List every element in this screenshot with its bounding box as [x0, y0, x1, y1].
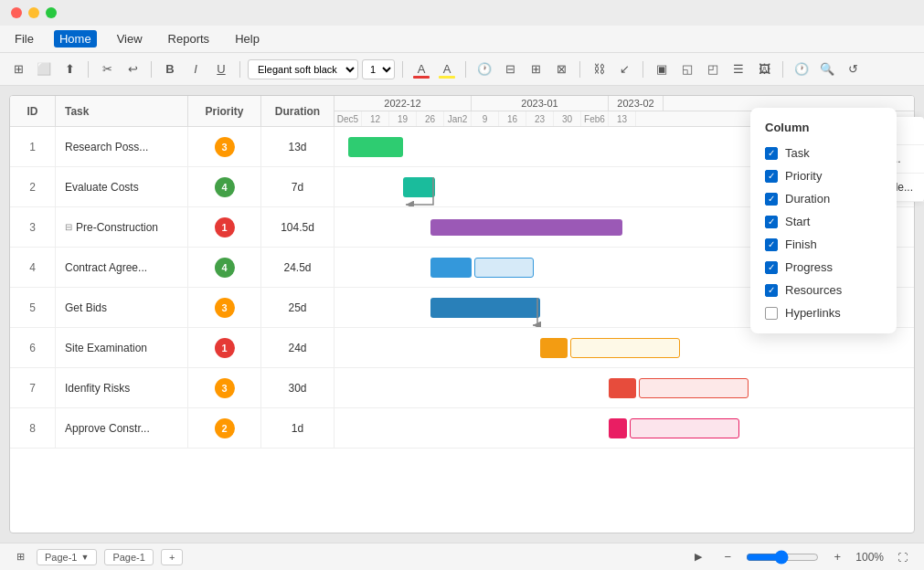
- cell-task-5[interactable]: Get Bids: [56, 288, 188, 327]
- search-button[interactable]: 🔍: [816, 58, 838, 80]
- dropdown-label-progress: Progress: [785, 260, 833, 274]
- clock-button[interactable]: 🕐: [473, 58, 495, 80]
- dropdown-label-start: Start: [785, 215, 810, 228]
- statusbar-left: ⊞ Page-1 ▼ Page-1 +: [11, 548, 183, 566]
- cell-priority-2: 4: [188, 167, 261, 206]
- connector-5: [537, 298, 574, 327]
- checkbox-task[interactable]: [765, 147, 778, 160]
- menu-home[interactable]: Home: [54, 30, 97, 48]
- screen3-button[interactable]: ◰: [702, 58, 724, 80]
- menu-view[interactable]: View: [112, 30, 148, 48]
- gantt-bar-7a[interactable]: [609, 378, 636, 398]
- checkbox-duration[interactable]: [765, 193, 778, 206]
- checkbox-progress[interactable]: [765, 261, 778, 274]
- cell-duration-8: 1d: [261, 408, 335, 448]
- page-tab[interactable]: Page-1: [104, 549, 153, 565]
- italic-button[interactable]: I: [185, 58, 207, 80]
- zoom-in-button[interactable]: +: [826, 546, 848, 568]
- export3-button[interactable]: ⊠: [550, 58, 572, 80]
- zoom-slider[interactable]: [746, 550, 819, 565]
- screen1-button[interactable]: ▣: [651, 58, 673, 80]
- dropdown-item-start[interactable]: Start: [750, 210, 897, 233]
- upload-button[interactable]: ⬆: [58, 58, 80, 80]
- cell-duration-6: 24d: [261, 328, 335, 367]
- page-indicator[interactable]: Page-1 ▼: [37, 549, 97, 565]
- cell-task-7[interactable]: Idenfity Risks: [56, 368, 188, 407]
- gantt-bar-6b[interactable]: [570, 338, 680, 358]
- cell-task-1[interactable]: Research Poss...: [56, 127, 188, 166]
- refresh-button[interactable]: ↺: [842, 58, 864, 80]
- header-id: ID: [10, 96, 56, 126]
- table-row: 7 Idenfity Risks 3 30d: [10, 368, 914, 408]
- gantt-bar-3[interactable]: [430, 219, 622, 236]
- cut-button[interactable]: ✂: [96, 58, 118, 80]
- font-size-select[interactable]: 12: [362, 59, 395, 79]
- image-button[interactable]: 🖼: [753, 58, 775, 80]
- maximize-button[interactable]: [46, 7, 57, 18]
- cell-id-3: 3: [10, 207, 56, 247]
- month-2023-01: 2023-01: [472, 96, 609, 111]
- dropdown-label-hyperlinks: Hyperlinks: [785, 306, 841, 320]
- dropdown-item-duration[interactable]: Duration: [750, 187, 897, 210]
- dropdown-item-progress[interactable]: Progress: [750, 256, 897, 279]
- column-dropdown-panel[interactable]: Column Task Priority Duration Start Fini…: [750, 108, 897, 333]
- dropdown-item-hyperlinks[interactable]: Hyperlinks: [750, 301, 897, 324]
- cell-duration-2: 7d: [261, 167, 335, 206]
- minimize-button[interactable]: [28, 7, 39, 18]
- cell-task-2[interactable]: Evaluate Costs: [56, 167, 188, 206]
- bullets-button[interactable]: ☰: [728, 58, 749, 80]
- dropdown-item-priority[interactable]: Priority: [750, 164, 897, 187]
- font-color-button[interactable]: A: [410, 58, 432, 80]
- sidebar-toggle-button[interactable]: ⊞: [7, 58, 29, 80]
- cell-task-4[interactable]: Contract Agree...: [56, 248, 188, 287]
- day-26: 26: [417, 111, 444, 126]
- close-button[interactable]: [11, 7, 22, 18]
- export1-button[interactable]: ⊟: [499, 58, 521, 80]
- underline-button[interactable]: U: [210, 58, 232, 80]
- highlight-button[interactable]: A: [436, 58, 458, 80]
- checkbox-hyperlinks[interactable]: [765, 307, 778, 320]
- gantt-bar-2[interactable]: [403, 177, 435, 197]
- fit-screen-button[interactable]: ⛶: [891, 546, 913, 568]
- link-button[interactable]: ⛓: [588, 58, 610, 80]
- cell-task-3[interactable]: ⊟ Pre-Construction: [56, 207, 188, 247]
- checkbox-priority[interactable]: [765, 170, 778, 183]
- cell-task-6[interactable]: Site Examination: [56, 328, 188, 367]
- checkbox-start[interactable]: [765, 216, 778, 228]
- zoom-out-button[interactable]: −: [717, 546, 738, 568]
- bold-button[interactable]: B: [159, 58, 181, 80]
- gantt-bar-8b[interactable]: [630, 418, 739, 438]
- gantt-bar-5[interactable]: [430, 298, 540, 318]
- menu-file[interactable]: File: [9, 30, 39, 48]
- cell-task-8[interactable]: Approve Constr...: [56, 408, 188, 448]
- day-feb6: Feb6: [581, 111, 609, 126]
- screen2-button[interactable]: ◱: [676, 58, 698, 80]
- export2-button[interactable]: ⊞: [525, 58, 547, 80]
- font-family-select[interactable]: Elegant soft black: [248, 59, 358, 79]
- page-button[interactable]: ⬜: [33, 58, 55, 80]
- menu-reports[interactable]: Reports: [163, 30, 216, 48]
- gantt-bar-7b[interactable]: [639, 378, 749, 398]
- time-button[interactable]: 🕐: [791, 58, 812, 80]
- checkbox-resources[interactable]: [765, 284, 778, 297]
- gantt-bar-1[interactable]: [348, 137, 403, 157]
- dropdown-item-resources[interactable]: Resources: [750, 279, 897, 301]
- gantt-bar-6a[interactable]: [540, 338, 568, 358]
- gantt-bar-4a[interactable]: [430, 258, 472, 278]
- menu-help[interactable]: Help: [229, 30, 265, 48]
- gantt-bar-8a[interactable]: [609, 418, 627, 438]
- unlink-button[interactable]: ↙: [613, 58, 635, 80]
- gantt-bar-4b[interactable]: [474, 258, 534, 278]
- dropdown-label-task: Task: [785, 146, 810, 160]
- cell-duration-5: 25d: [261, 288, 335, 327]
- add-page-button[interactable]: +: [161, 549, 183, 565]
- checkbox-finish[interactable]: [765, 238, 778, 251]
- day-19: 19: [389, 111, 417, 126]
- play-button[interactable]: ▶: [687, 546, 709, 568]
- dropdown-item-finish[interactable]: Finish: [750, 233, 897, 256]
- table-row: 6 Site Examination 1 24d: [10, 328, 914, 368]
- arrow-button[interactable]: ↩: [122, 58, 143, 80]
- dropdown-item-task[interactable]: Task: [750, 142, 897, 164]
- group-icon-3: ⊟: [65, 222, 72, 232]
- layout-button[interactable]: ⊞: [11, 548, 29, 566]
